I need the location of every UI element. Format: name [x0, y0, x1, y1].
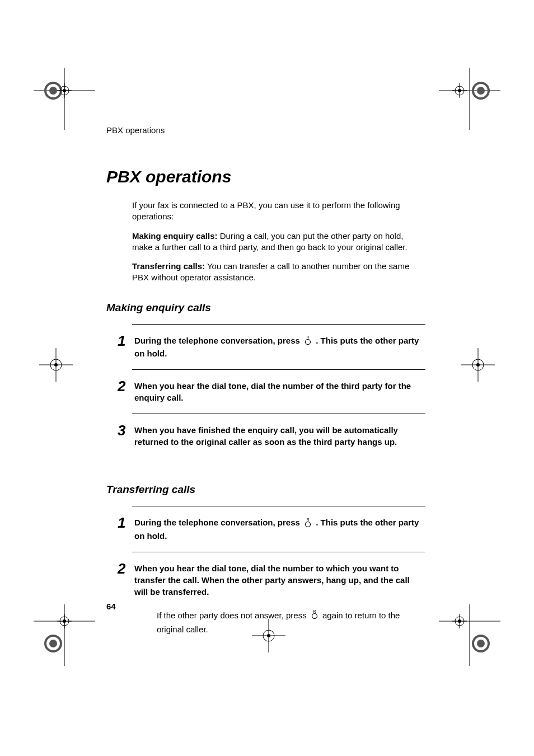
enquiry-paragraph: Making enquiry calls: During a call, you…: [132, 231, 425, 253]
step-text: When you hear the dial tone, dial the nu…: [134, 380, 425, 403]
page-title: PBX operations: [106, 167, 425, 186]
r-button-icon: R: [304, 335, 312, 348]
step-number: 1: [118, 334, 134, 348]
svg-point-47: [306, 522, 311, 527]
step-item: 1 During the telephone conversation, pre…: [118, 506, 425, 552]
svg-point-19: [54, 363, 58, 367]
step-number: 1: [118, 515, 134, 530]
section-heading-enquiry: Making enquiry calls: [106, 302, 425, 314]
svg-text:R: R: [307, 335, 310, 339]
step-item: 3 When you have finished the enquiry cal…: [118, 414, 425, 458]
registration-mark-icon: [34, 68, 95, 130]
svg-point-4: [60, 86, 69, 95]
registration-mark-icon: [439, 68, 500, 130]
svg-point-35: [477, 640, 485, 647]
svg-point-15: [458, 89, 461, 92]
step-item: 2 When you hear the dial tone, dial the …: [118, 552, 425, 601]
r-button-icon: R: [304, 517, 312, 530]
svg-point-2: [45, 83, 61, 98]
svg-point-22: [472, 359, 484, 370]
svg-point-12: [455, 86, 464, 95]
page: PBX operations PBX operations If your fa…: [0, 0, 534, 756]
transfer-label: Transferring calls:: [132, 261, 205, 271]
registration-mark-icon: [39, 348, 73, 382]
registration-mark-icon: [34, 604, 95, 666]
enquiry-label: Making enquiry calls:: [132, 231, 218, 241]
svg-point-39: [458, 619, 461, 623]
svg-point-7: [63, 89, 66, 92]
content-column: PBX operations PBX operations If your fa…: [106, 125, 425, 641]
page-number: 64: [106, 602, 116, 611]
r-button-icon: R: [311, 609, 318, 622]
svg-point-3: [49, 87, 57, 95]
step-number: 2: [118, 561, 134, 576]
step-number: 3: [118, 423, 134, 438]
step-text: When you hear the dial tone, dial the nu…: [134, 562, 425, 598]
svg-point-27: [49, 640, 57, 647]
svg-point-45: [306, 340, 311, 345]
svg-point-31: [63, 619, 66, 623]
svg-point-49: [312, 614, 317, 619]
intro-paragraph: If your fax is connected to a PBX, you c…: [132, 200, 425, 223]
transfer-paragraph: Transferring calls: You can transfer a c…: [132, 261, 425, 284]
registration-mark-icon: [461, 348, 495, 382]
svg-text:R: R: [313, 609, 316, 613]
running-header: PBX operations: [106, 125, 425, 135]
step-text: When you have finished the enquiry call,…: [134, 424, 425, 448]
svg-point-23: [476, 363, 480, 367]
step-text: During the telephone conversation, press…: [134, 516, 425, 542]
step-item: 1 During the telephone conversation, pre…: [118, 325, 425, 370]
step-number: 2: [118, 379, 134, 393]
step-text: During the telephone conversation, press…: [134, 335, 425, 360]
svg-point-28: [60, 617, 69, 626]
svg-point-11: [477, 87, 485, 95]
intro-block: If your fax is connected to a PBX, you c…: [132, 200, 425, 284]
svg-point-26: [45, 636, 61, 651]
svg-text:R: R: [307, 518, 310, 522]
section-heading-transfer: Transferring calls: [106, 483, 425, 496]
step-note: If the other party does not answer, pres…: [157, 609, 420, 636]
step-item: 2 When you hear the dial tone, dial the …: [118, 370, 425, 414]
svg-point-10: [473, 83, 489, 98]
svg-point-34: [473, 636, 489, 651]
svg-point-36: [455, 617, 464, 626]
svg-point-18: [50, 359, 62, 370]
registration-mark-icon: [439, 604, 500, 666]
